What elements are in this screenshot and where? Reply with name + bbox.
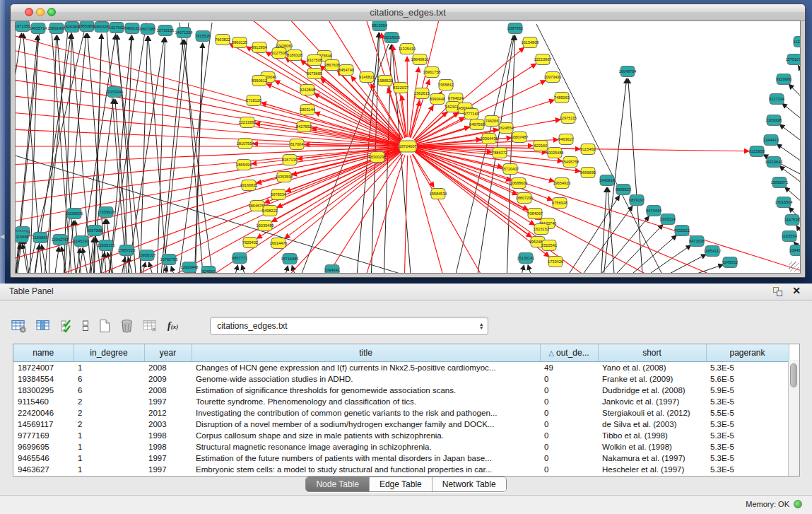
graph-node[interactable]: 1562615 bbox=[414, 88, 430, 99]
graph-node[interactable]: 9463627 bbox=[558, 134, 574, 145]
graph-node[interactable]: 8215958 bbox=[749, 146, 765, 157]
graph-node[interactable]: 9697388 bbox=[140, 24, 155, 35]
graph-node[interactable]: 14353594 bbox=[276, 172, 293, 182]
graph-node[interactable]: 19166825 bbox=[240, 180, 258, 191]
graph-node[interactable]: 10688609 bbox=[510, 178, 528, 189]
graph-node[interactable]: 14671358 bbox=[175, 28, 193, 38]
graph-node[interactable]: 746266 bbox=[485, 116, 499, 127]
graph-node[interactable]: 6879197 bbox=[629, 195, 645, 206]
graph-node[interactable]: 1671355 bbox=[16, 21, 30, 32]
import-table-icon[interactable] bbox=[143, 320, 158, 333]
column-header-out_de[interactable]: △out_de... bbox=[540, 344, 598, 362]
table-settings-icon[interactable] bbox=[11, 320, 27, 333]
graph-node[interactable]: 9127508 bbox=[271, 48, 287, 59]
table-row[interactable]: 946554611997Estimation of the future num… bbox=[13, 452, 789, 464]
graph-node[interactable]: 16210643 bbox=[765, 157, 783, 168]
column-header-pagerank[interactable]: pagerank bbox=[706, 344, 789, 362]
graph-node[interactable]: 9242848 bbox=[300, 85, 315, 95]
graph-node[interactable]: 8322037 bbox=[393, 83, 408, 93]
graph-node[interactable]: 15136141 bbox=[517, 253, 535, 264]
graph-node[interactable]: 7663822 bbox=[215, 35, 230, 45]
graph-node[interactable]: 10654112 bbox=[704, 246, 721, 257]
delete-table-icon[interactable] bbox=[120, 319, 134, 333]
graph-node[interactable]: 16914479 bbox=[270, 238, 288, 249]
graph-node[interactable]: 10807487 bbox=[511, 132, 529, 143]
graph-node[interactable]: 1615152 bbox=[534, 224, 549, 235]
graph-node[interactable]: 10719155 bbox=[157, 25, 175, 36]
graph-node[interactable]: 1733426 bbox=[548, 257, 563, 267]
graph-node[interactable]: 17016504 bbox=[775, 197, 793, 208]
graph-node[interactable]: 9329966 bbox=[776, 74, 792, 85]
graph-node[interactable]: 17359928 bbox=[98, 207, 115, 218]
graph-node[interactable]: 1209338 bbox=[766, 115, 782, 126]
graph-node[interactable]: 7955812 bbox=[438, 80, 454, 90]
column-header-title[interactable]: title bbox=[192, 344, 540, 362]
column-header-year[interactable]: year bbox=[144, 344, 192, 362]
graph-node[interactable]: 9327508 bbox=[307, 55, 322, 66]
graph-node[interactable]: 2522541 bbox=[541, 240, 557, 251]
graph-node[interactable]: 1156863 bbox=[33, 233, 47, 243]
resize-grip-icon[interactable] bbox=[789, 262, 799, 271]
graph-node[interactable]: 7632621 bbox=[674, 226, 690, 236]
graph-node[interactable]: 15751074 bbox=[786, 54, 801, 65]
graph-node[interactable]: 8466161 bbox=[124, 23, 140, 34]
graph-node[interactable]: 9474444 bbox=[646, 206, 661, 216]
graph-node[interactable]: 7815526 bbox=[195, 31, 211, 42]
graph-node[interactable]: 2935114 bbox=[660, 214, 675, 225]
graph-node[interactable]: 1167535 bbox=[784, 215, 799, 226]
graph-node[interactable]: 18107554 bbox=[237, 139, 254, 149]
graph-node[interactable]: 1145193 bbox=[73, 236, 88, 247]
function-icon[interactable]: f(x) bbox=[167, 320, 178, 332]
graph-node[interactable]: 8267130 bbox=[282, 155, 298, 165]
graph-node[interactable]: 5675685 bbox=[307, 69, 322, 79]
graph-node[interactable]: 7886372 bbox=[492, 148, 507, 158]
graph-node[interactable]: 18640910 bbox=[411, 54, 429, 65]
graph-node[interactable]: 2087682 bbox=[507, 23, 523, 34]
network-table-selector[interactable]: citations_edges.txt ▲▼ bbox=[210, 317, 488, 335]
graph-node[interactable]: 18807299 bbox=[516, 193, 534, 204]
graph-node[interactable]: 2718120 bbox=[246, 95, 261, 106]
graph-node[interactable]: 10653287 bbox=[93, 22, 111, 33]
graph-node[interactable]: 10025488 bbox=[546, 148, 564, 158]
graph-node[interactable]: 817004 bbox=[290, 139, 304, 150]
network-window[interactable]: citations_edges.txt 1671355 14055714 206… bbox=[10, 4, 806, 278]
table-row[interactable]: 2242004622012Investigating the contribut… bbox=[13, 407, 789, 419]
vertical-scrollbar[interactable] bbox=[788, 360, 799, 476]
window-titlebar[interactable]: citations_edges.txt bbox=[11, 4, 805, 21]
graph-node[interactable]: 8912954 bbox=[252, 42, 267, 53]
graph-node[interactable]: 1865494 bbox=[236, 160, 252, 170]
graph-node[interactable]: 8454749 bbox=[339, 65, 354, 76]
graph-node[interactable]: 16039489 bbox=[257, 221, 274, 231]
graph-node[interactable]: 20153346 bbox=[106, 87, 124, 98]
scrollbar-thumb[interactable] bbox=[790, 363, 797, 387]
select-rows-icon[interactable] bbox=[61, 320, 73, 333]
graph-node[interactable]: 18724007 bbox=[399, 141, 417, 152]
graph-node[interactable]: 10973493 bbox=[544, 72, 562, 83]
graph-node[interactable]: 8186328 bbox=[287, 50, 302, 61]
graph-node[interactable]: 7084067 bbox=[527, 209, 543, 219]
graph-node[interactable]: 10958107 bbox=[139, 250, 156, 261]
graph-node[interactable]: 16648784 bbox=[619, 66, 637, 77]
graph-node[interactable]: 9777169 bbox=[464, 109, 479, 119]
graph-node[interactable]: 1094641 bbox=[324, 265, 340, 274]
graph-node[interactable]: 9115460 bbox=[580, 144, 595, 155]
graph-node[interactable]: 9245652 bbox=[722, 257, 738, 268]
tab-node-table[interactable]: Node Table bbox=[306, 477, 370, 491]
table-row[interactable]: 969969511998Structural magnetic resonanc… bbox=[13, 441, 789, 452]
graph-node[interactable]: 15720407 bbox=[502, 164, 519, 175]
graph-node[interactable]: 8990448 bbox=[430, 94, 445, 105]
graph-node[interactable]: 17957223 bbox=[118, 245, 136, 256]
close-panel-icon[interactable]: ✕ bbox=[792, 285, 801, 296]
graph-node[interactable]: 9498222 bbox=[262, 206, 278, 216]
graph-node[interactable]: 3624554 bbox=[498, 123, 514, 134]
graph-node[interactable]: 1588520 bbox=[377, 76, 393, 86]
graph-node[interactable]: 20364436 bbox=[481, 134, 498, 144]
tab-network-table[interactable]: Network Table bbox=[433, 477, 506, 491]
graph-node[interactable]: 2803144 bbox=[300, 105, 315, 115]
graph-node[interactable]: 9860125 bbox=[232, 37, 247, 48]
graph-node[interactable]: 2867608 bbox=[324, 60, 340, 71]
graph-node[interactable]: 19654923 bbox=[553, 178, 571, 189]
table-row[interactable]: 977716911998Corpus callosum shape and si… bbox=[13, 430, 789, 441]
citation-graph[interactable]: 1671355 14055714 20691406 16053809 18853… bbox=[16, 21, 801, 274]
graph-node[interactable]: 5678334 bbox=[271, 189, 286, 200]
